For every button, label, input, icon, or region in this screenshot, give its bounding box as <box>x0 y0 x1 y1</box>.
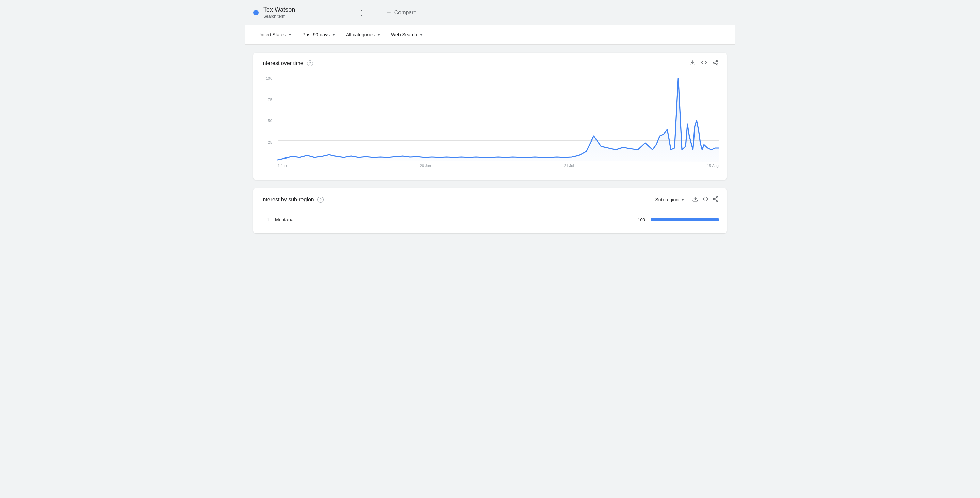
filter-category-label: All categories <box>346 32 375 37</box>
svg-point-1 <box>716 60 718 62</box>
card-actions <box>689 59 719 67</box>
row-name: Montana <box>275 217 626 223</box>
chevron-down-icon <box>377 34 380 36</box>
svg-point-2 <box>713 62 715 64</box>
chevron-down-icon <box>681 199 684 201</box>
y-label-25: 25 <box>268 140 272 144</box>
svg-line-5 <box>714 61 716 62</box>
filter-search-type-button[interactable]: Web Search <box>387 30 427 40</box>
row-bar-container <box>651 218 719 221</box>
x-label-jul21: 21 Jul <box>564 164 574 168</box>
svg-point-7 <box>716 197 718 198</box>
filter-search-type-label: Web Search <box>391 32 417 37</box>
x-label-jun1: 1 Jun <box>278 164 287 168</box>
compare-plus-icon: + <box>387 8 391 16</box>
share-icon[interactable] <box>713 59 719 67</box>
x-label-aug15: 15 Aug <box>707 164 719 168</box>
interest-by-subregion-card: Interest by sub-region ? Sub-region <box>253 188 727 233</box>
chart-container: 100 75 50 25 <box>261 76 719 172</box>
chart-svg <box>278 76 719 162</box>
x-axis: 1 Jun 26 Jun 21 Jul 15 Aug <box>278 164 719 172</box>
sub-region-header: Interest by sub-region ? Sub-region <box>253 188 727 211</box>
chevron-down-icon <box>288 34 291 36</box>
y-label-50: 50 <box>268 119 272 123</box>
interest-over-time-title: Interest over time <box>261 60 304 66</box>
sub-region-title: Interest by sub-region <box>261 197 314 203</box>
svg-line-4 <box>714 63 716 64</box>
filter-time-label: Past 90 days <box>302 32 330 37</box>
row-rank: 1 <box>261 217 269 223</box>
grid-line-0 <box>278 162 719 162</box>
search-term-sublabel: Search term <box>263 14 285 19</box>
search-bar-section: Tex Watson Search term ⋮ + Compare <box>245 0 735 25</box>
sub-region-share-icon[interactable] <box>713 196 719 204</box>
sub-region-controls: Sub-region <box>651 195 719 204</box>
chart-inner <box>278 76 719 162</box>
sub-region-help-icon[interactable]: ? <box>318 197 324 203</box>
filter-region-label: United States <box>257 32 286 37</box>
sub-region-table: 1 Montana 100 <box>253 211 727 233</box>
svg-point-3 <box>716 64 718 65</box>
filter-region-button[interactable]: United States <box>253 30 295 40</box>
main-content: Interest over time ? <box>245 45 735 242</box>
svg-point-9 <box>716 200 718 202</box>
search-term-name: Tex Watson <box>263 6 295 13</box>
interest-over-time-card: Interest over time ? <box>253 53 727 180</box>
compare-block[interactable]: + Compare <box>376 0 428 25</box>
download-icon[interactable] <box>689 59 695 67</box>
compare-label: Compare <box>395 10 417 16</box>
card-title: Interest over time ? <box>261 60 313 66</box>
sub-region-embed-icon[interactable] <box>702 196 708 204</box>
row-bar <box>651 218 719 221</box>
search-term-dot <box>253 10 259 15</box>
row-value: 100 <box>632 217 645 223</box>
svg-line-10 <box>714 199 716 200</box>
chart-area: 100 75 50 25 <box>253 71 727 180</box>
filter-category-button[interactable]: All categories <box>342 30 384 40</box>
y-label-75: 75 <box>268 98 272 102</box>
chevron-down-icon <box>420 34 423 36</box>
sub-region-dropdown-button[interactable]: Sub-region <box>651 195 688 204</box>
card-header: Interest over time ? <box>253 53 727 71</box>
embed-icon[interactable] <box>701 59 707 67</box>
chevron-down-icon <box>332 34 335 36</box>
svg-point-8 <box>713 198 715 200</box>
x-label-jun26: 26 Jun <box>420 164 431 168</box>
filters-row: United States Past 90 days All categorie… <box>245 25 735 45</box>
sub-region-card-title: Interest by sub-region ? <box>261 197 324 203</box>
help-icon[interactable]: ? <box>307 60 313 66</box>
filter-time-button[interactable]: Past 90 days <box>298 30 339 40</box>
search-term-text: Tex Watson Search term <box>263 6 295 19</box>
y-axis: 100 75 50 25 <box>261 76 275 162</box>
sub-region-download-icon[interactable] <box>692 196 698 204</box>
svg-line-11 <box>714 197 716 199</box>
page-wrapper: Tex Watson Search term ⋮ + Compare Unite… <box>245 0 735 242</box>
y-label-100: 100 <box>266 76 272 80</box>
search-term-block: Tex Watson Search term ⋮ <box>245 0 376 25</box>
search-term-menu-button[interactable]: ⋮ <box>355 7 368 18</box>
table-row: 1 Montana 100 <box>261 214 719 225</box>
sub-region-dropdown-label: Sub-region <box>655 197 679 202</box>
